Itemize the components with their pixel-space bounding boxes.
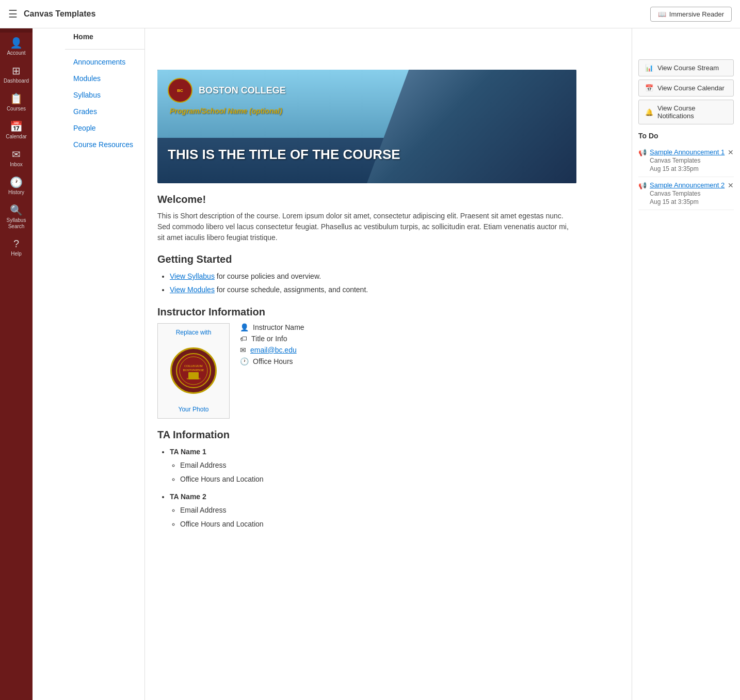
- instructor-photo-box: Replace with COLLEGIUM BOSTONIENSE MDCCC…: [157, 323, 230, 419]
- todo-title: To Do: [638, 132, 734, 140]
- todo-course: Canvas Templates: [650, 157, 701, 164]
- history-icon: 🕐: [10, 176, 23, 188]
- notifications-action-icon: 🔔: [645, 108, 653, 116]
- todo-item-content: Sample Announcement 1 Canvas Templates A…: [650, 148, 734, 172]
- inbox-icon: ✉: [12, 148, 21, 161]
- getting-started-text: for course policies and overview.: [217, 272, 321, 280]
- ta-item: TA Name 2Email AddressOffice Hours and L…: [170, 491, 576, 530]
- nav-item-announcements[interactable]: Announcements: [65, 54, 144, 70]
- dashboard-icon: ⊞: [12, 65, 21, 77]
- ta-heading: TA Information: [157, 429, 576, 441]
- announcement-icon: 📢: [638, 182, 647, 189]
- ta-name: TA Name 2: [170, 492, 206, 501]
- sidebar-item-courses[interactable]: 📋Courses: [0, 88, 33, 116]
- sidebar-item-account[interactable]: 👤Account: [0, 33, 33, 60]
- topbar-title: Canvas Templates: [65, 9, 650, 19]
- instructor-office-row: 🕐 Office Hours: [240, 357, 304, 365]
- action-btn-notifications[interactable]: 🔔View Course Notifications: [638, 100, 734, 124]
- sidebar: BC 👤Account⊞Dashboard📋Courses📅Calendar✉I…: [0, 0, 33, 700]
- todo-item: 📢 Sample Announcement 1 Canvas Templates…: [638, 144, 734, 177]
- action-btn-calendar[interactable]: 📅View Course Calendar: [638, 79, 734, 97]
- notifications-action-label: View Course Notifications: [657, 104, 727, 120]
- getting-started-heading: Getting Started: [157, 253, 576, 265]
- instructor-title-row: 🏷 Title or Info: [240, 335, 304, 343]
- hero-logo-row: BC BOSTON COLLEGE: [168, 78, 566, 103]
- sidebar-label-calendar: Calendar: [6, 134, 27, 140]
- sidebar-item-inbox[interactable]: ✉Inbox: [0, 144, 33, 172]
- stream-action-icon: 📊: [645, 64, 653, 72]
- sidebar-item-help[interactable]: ?Help: [0, 234, 33, 261]
- bc-seal-photo: COLLEGIUM BOSTONIENSE MDCCCXIII: [170, 347, 217, 394]
- sidebar-item-dashboard[interactable]: ⊞Dashboard: [0, 60, 33, 88]
- calendar-icon: 📅: [10, 120, 23, 133]
- ta-subitem: Email Address: [180, 504, 576, 516]
- nav-divider: [65, 49, 144, 50]
- syllabus-search-icon: 🔍: [10, 204, 23, 216]
- hero-content: BC BOSTON COLLEGE Program/School Name (o…: [157, 70, 576, 183]
- getting-started-link[interactable]: View Syllabus: [170, 272, 215, 280]
- calendar-action-label: View Course Calendar: [657, 84, 725, 92]
- sidebar-label-inbox: Inbox: [10, 162, 22, 168]
- todo-item-content: Sample Announcement 2 Canvas Templates A…: [650, 181, 734, 205]
- todo-course: Canvas Templates: [650, 190, 701, 197]
- todo-section: To Do 📢 Sample Announcement 1 Canvas Tem…: [638, 132, 734, 210]
- hero-school-name: BOSTON COLLEGE: [199, 85, 286, 96]
- instructor-name-row: 👤 Instructor Name: [240, 323, 304, 331]
- sidebar-label-syllabus-search: Syllabus Search: [2, 217, 30, 230]
- nav-item-syllabus[interactable]: Syllabus: [65, 87, 144, 103]
- todo-close-button[interactable]: ✕: [728, 181, 734, 189]
- bc-seal: BC: [168, 78, 192, 103]
- sidebar-label-account: Account: [7, 50, 25, 56]
- nav-item-modules[interactable]: Modules: [65, 70, 144, 87]
- hero-course-title: THIS IS THE TITLE OF THE COURSE: [168, 147, 566, 183]
- svg-text:COLLEGIUM: COLLEGIUM: [184, 364, 203, 368]
- calendar-action-icon: 📅: [645, 84, 653, 92]
- svg-rect-5: [188, 372, 199, 379]
- nav-item-course-resources[interactable]: Course Resources: [65, 136, 144, 153]
- nav-item-grades[interactable]: Grades: [65, 103, 144, 120]
- action-buttons: 📊View Course Stream📅View Course Calendar…: [638, 59, 734, 124]
- sidebar-item-syllabus-search[interactable]: 🔍Syllabus Search: [0, 200, 33, 234]
- clock-icon: 🕐: [240, 357, 249, 365]
- sidebar-item-history[interactable]: 🕐History: [0, 172, 33, 200]
- action-btn-stream[interactable]: 📊View Course Stream: [638, 59, 734, 76]
- getting-started-link[interactable]: View Modules: [170, 285, 215, 294]
- sidebar-label-dashboard: Dashboard: [4, 78, 29, 84]
- todo-announcement-link[interactable]: Sample Announcement 2: [650, 181, 734, 189]
- nav-item-people[interactable]: People: [65, 120, 144, 136]
- instructor-email-row: ✉ email@bc.edu: [240, 346, 304, 354]
- ta-name: TA Name 1: [170, 448, 206, 456]
- right-sidebar: 📊View Course Stream📅View Course Calendar…: [632, 28, 740, 700]
- main-content: BC BOSTON COLLEGE Program/School Name (o…: [145, 28, 632, 700]
- sidebar-item-calendar[interactable]: 📅Calendar: [0, 116, 33, 144]
- todo-close-button[interactable]: ✕: [728, 148, 734, 156]
- immersive-reader-button[interactable]: 📖 Immersive Reader: [650, 7, 732, 22]
- hero-program-name: Program/School Name (optional): [170, 107, 566, 115]
- courses-icon: 📋: [10, 92, 23, 105]
- todo-announcement-link[interactable]: Sample Announcement 1: [650, 148, 734, 156]
- announcement-icon: 📢: [638, 149, 647, 156]
- your-photo-text: Your Photo: [179, 406, 209, 413]
- topbar: ☰ Canvas Templates 📖 Immersive Reader: [65, 0, 740, 28]
- ta-subitem: Office Hours and Location: [180, 473, 576, 485]
- help-icon: ?: [13, 238, 19, 250]
- hero-banner: BC BOSTON COLLEGE Program/School Name (o…: [157, 70, 576, 183]
- getting-started-list: View Syllabus for course policies and ov…: [170, 271, 576, 296]
- getting-started-text: for course schedule, assignments, and co…: [217, 285, 368, 294]
- getting-started-item: View Modules for course schedule, assign…: [170, 284, 576, 295]
- ta-subitem: Email Address: [180, 459, 576, 471]
- sidebar-label-history: History: [8, 189, 24, 196]
- ta-list: TA Name 1Email AddressOffice Hours and L…: [170, 446, 576, 530]
- todo-item: 📢 Sample Announcement 2 Canvas Templates…: [638, 177, 734, 210]
- replace-with-text: Replace with: [176, 329, 212, 336]
- instructor-email-link[interactable]: email@bc.edu: [250, 346, 297, 354]
- sidebar-label-courses: Courses: [7, 106, 26, 112]
- instructor-heading: Instructor Information: [157, 306, 576, 318]
- immersive-reader-icon: 📖: [658, 10, 666, 18]
- tag-icon: 🏷: [240, 335, 247, 343]
- ta-item: TA Name 1Email AddressOffice Hours and L…: [170, 446, 576, 485]
- nav-item-home[interactable]: Home: [65, 28, 144, 45]
- email-icon: ✉: [240, 346, 246, 354]
- instructor-info: 👤 Instructor Name 🏷 Title or Info ✉ emai…: [240, 323, 304, 365]
- todo-items: 📢 Sample Announcement 1 Canvas Templates…: [638, 144, 734, 210]
